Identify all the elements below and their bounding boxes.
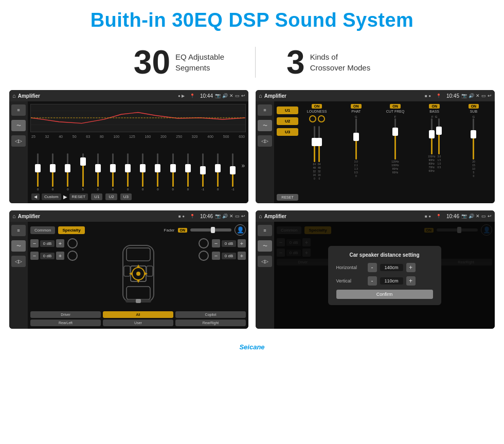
eq-sidebar-icon[interactable]: ≡ — [11, 104, 26, 116]
cx-bass-on[interactable]: ON — [429, 104, 440, 109]
cx-sub: ON SUB G 20 15 10 5 0 — [455, 104, 492, 201]
eq-slider-10[interactable]: 0 — [167, 153, 179, 191]
camera-icon-2: 📷 — [461, 93, 467, 98]
cx-u2-btn[interactable]: U2 — [277, 117, 298, 125]
confirm-btn[interactable]: Confirm — [336, 290, 433, 299]
home-icon-4[interactable]: ⌂ — [259, 213, 262, 219]
vol-sidebar-icon-3[interactable]: ◁▷ — [11, 256, 26, 267]
sp-tab-specialty[interactable]: Specialty — [58, 226, 84, 234]
right-top-minus[interactable]: − — [212, 239, 220, 247]
eq-slider-12[interactable]: -1 — [196, 153, 209, 191]
left-bot-val: 0 dB — [40, 253, 55, 259]
window-icon-4[interactable]: ▭ — [481, 214, 486, 219]
eq-reset-btn[interactable]: RESET — [69, 193, 88, 200]
home-icon-2[interactable]: ⌂ — [259, 93, 262, 99]
eq-slider-7[interactable]: 0 — [121, 153, 134, 191]
eq-slider-9[interactable]: 0 — [151, 153, 164, 191]
window-icon[interactable]: ▭ — [235, 93, 240, 98]
cx-u3-btn[interactable]: U3 — [277, 128, 298, 136]
sp-copilot-btn[interactable]: Copilot — [175, 311, 246, 318]
left-channel: − 0 dB + − 0 dB + — [30, 238, 78, 309]
eq-slider-14[interactable]: -1 — [226, 153, 239, 191]
fader-track[interactable] — [190, 228, 231, 232]
sp-user-btn[interactable]: User — [103, 319, 173, 326]
vol-sidebar-icon[interactable]: ◁▷ — [11, 135, 26, 147]
fader-label: Fader — [164, 228, 175, 233]
eq-slider-6[interactable]: 0 — [106, 153, 119, 191]
left-bot-minus[interactable]: − — [30, 252, 39, 260]
sp-all-btn[interactable]: All — [103, 311, 173, 318]
wave-sidebar-icon-2[interactable]: 〜 — [258, 120, 272, 131]
eq-sliders: 0 0 0 — [30, 139, 246, 192]
right-top-plus[interactable]: + — [238, 239, 246, 247]
cx-u1-btn[interactable]: U1 — [277, 106, 298, 114]
volume-icon-3: 🔊 — [222, 214, 228, 219]
horizontal-plus-btn[interactable]: + — [406, 263, 416, 272]
cx-knob-1[interactable] — [309, 115, 316, 122]
back-icon-2[interactable]: ↩ — [488, 93, 492, 98]
horizontal-value: 140cm — [380, 264, 403, 271]
screen2-crossover-content: U1 U2 U3 RESET ON LOUDNESS — [274, 101, 495, 203]
vertical-plus-btn[interactable]: + — [406, 276, 416, 286]
cx-loudness-on[interactable]: ON — [312, 104, 322, 109]
home-icon-3[interactable]: ⌂ — [12, 213, 16, 219]
vertical-minus-btn[interactable]: - — [368, 276, 377, 286]
cx-sub-on[interactable]: ON — [469, 104, 479, 109]
eq-sidebar-icon-2[interactable]: ≡ — [258, 104, 272, 116]
vol-sidebar-icon-4[interactable]: ◁▷ — [258, 256, 272, 267]
eq-slider-4[interactable]: 5 — [77, 153, 89, 191]
back-icon-3[interactable]: ↩ — [241, 214, 245, 219]
cx-knob-2[interactable] — [318, 115, 325, 122]
cx-reset-btn[interactable]: RESET — [277, 194, 298, 201]
left-bot-plus[interactable]: + — [56, 252, 64, 260]
page-header: Buith-in 30EQ DSP Sound System — [0, 0, 504, 37]
fader-on-badge[interactable]: ON — [178, 228, 188, 233]
eq-slider-13[interactable]: 0 — [211, 153, 224, 191]
eq-play-btn[interactable]: ▶ — [63, 194, 67, 200]
cx-loudness-knobs — [309, 115, 325, 122]
more-icon[interactable]: » — [241, 162, 245, 169]
eq-prev-btn[interactable]: ◀ — [31, 193, 40, 200]
eq-sidebar-icon-4[interactable]: ≡ — [258, 225, 272, 236]
screen2-sidebar: ≡ 〜 ◁▷ — [256, 101, 274, 203]
home-icon[interactable]: ⌂ — [12, 93, 16, 99]
left-bot-db: − 0 dB + — [30, 251, 78, 261]
eq-u3-btn[interactable]: U3 — [120, 193, 132, 200]
vol-sidebar-icon-2[interactable]: ◁▷ — [258, 135, 272, 147]
eq-slider-3[interactable]: 0 — [61, 153, 74, 191]
wave-sidebar-icon[interactable]: 〜 — [11, 120, 26, 131]
window-icon-3[interactable]: ▭ — [235, 214, 240, 219]
wave-sidebar-icon-3[interactable]: 〜 — [11, 240, 26, 252]
horizontal-minus-btn[interactable]: - — [368, 263, 377, 272]
eq-u2-btn[interactable]: U2 — [105, 193, 117, 200]
cx-cutfreq-on[interactable]: ON — [390, 104, 401, 109]
close-icon-4[interactable]: ✕ — [476, 214, 480, 219]
close-icon-2[interactable]: ✕ — [476, 93, 480, 98]
right-bot-minus[interactable]: − — [212, 252, 220, 260]
left-top-minus[interactable]: − — [30, 239, 39, 247]
eq-u1-btn[interactable]: U1 — [91, 193, 102, 200]
sp-driver-btn[interactable]: Driver — [30, 311, 101, 318]
sp-tab-common[interactable]: Common — [30, 226, 55, 234]
close-icon[interactable]: ✕ — [229, 93, 233, 98]
back-icon[interactable]: ↩ — [241, 93, 245, 98]
eq-sidebar-icon-3[interactable]: ≡ — [11, 225, 26, 236]
cx-phat-on[interactable]: ON — [351, 104, 362, 109]
eq-preset-custom[interactable]: Custom — [42, 193, 61, 200]
eq-slider-2[interactable]: 0 — [46, 153, 59, 191]
window-icon-2[interactable]: ▭ — [481, 93, 486, 98]
wave-sidebar-icon-4[interactable]: 〜 — [258, 240, 272, 252]
eq-slider-11[interactable]: 0 — [182, 153, 194, 191]
close-icon-3[interactable]: ✕ — [229, 214, 233, 219]
eq-slider-1[interactable]: 0 — [31, 153, 44, 191]
back-icon-4[interactable]: ↩ — [488, 214, 492, 219]
left-top-plus[interactable]: + — [56, 239, 64, 247]
eq-slider-5[interactable]: 0 — [92, 153, 104, 191]
sp-bottom-btns-2: RearLeft User RearRight — [30, 319, 246, 326]
eq-stat: 30 EQ Adjustable Segments — [103, 46, 255, 79]
sp-rearright-btn[interactable]: RearRight — [175, 319, 246, 326]
sp-rearleft-btn[interactable]: RearLeft — [30, 319, 101, 326]
right-bot-plus[interactable]: + — [238, 252, 246, 260]
eq-slider-8[interactable]: 0 — [136, 153, 149, 191]
crossover-presets: U1 U2 U3 RESET — [277, 104, 298, 201]
